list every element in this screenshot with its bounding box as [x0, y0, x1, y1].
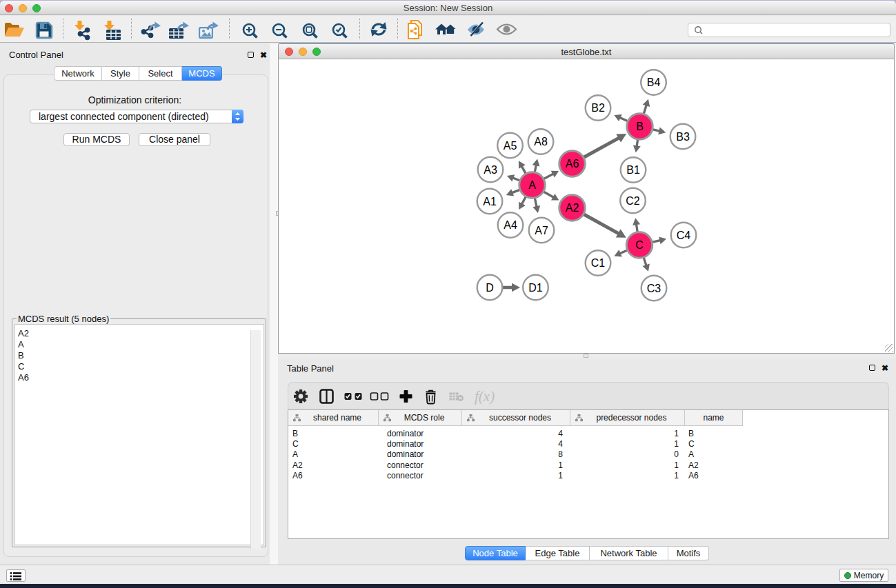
svg-text:f(x): f(x) [475, 388, 495, 405]
